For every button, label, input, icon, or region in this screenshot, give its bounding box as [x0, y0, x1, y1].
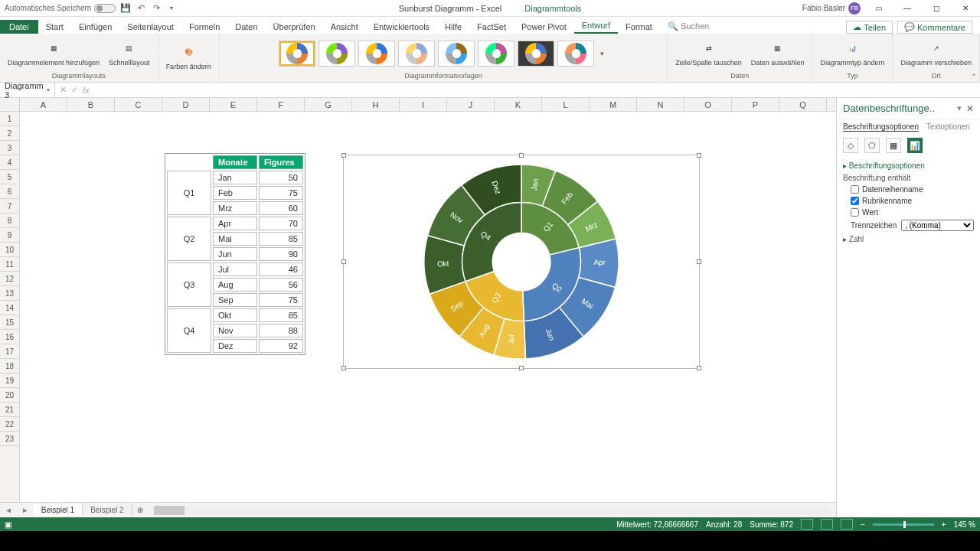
- chart-style-3[interactable]: [358, 41, 395, 67]
- col-B[interactable]: B: [67, 98, 115, 111]
- pane-close-icon[interactable]: ✕: [966, 103, 974, 114]
- maximize-icon[interactable]: ◻: [925, 1, 948, 16]
- tab-pagelayout[interactable]: Seitenlayout: [119, 20, 181, 34]
- add-chart-element-button[interactable]: ▦Diagrammelement hinzufügen: [5, 38, 103, 69]
- close-icon[interactable]: ✕: [954, 1, 977, 16]
- record-macro-icon[interactable]: ▣: [5, 520, 11, 529]
- col-N[interactable]: N: [637, 98, 684, 111]
- view-normal-icon[interactable]: [801, 519, 813, 530]
- row-headers[interactable]: 1234567891011121314151617181920212223: [0, 112, 20, 502]
- sheet-nav-next[interactable]: ►: [17, 506, 34, 514]
- col-O[interactable]: O: [684, 98, 732, 111]
- chart-style-1[interactable]: [279, 41, 315, 67]
- undo-icon[interactable]: ↶: [136, 3, 146, 14]
- add-sheet-icon[interactable]: ⊕: [132, 506, 148, 514]
- grid-cells[interactable]: MonateFiguresQ1Jan50Feb75Mrz60Q2Apr70Mai…: [20, 112, 836, 502]
- fill-line-icon[interactable]: ◇: [843, 138, 858, 153]
- sheet-beispiel-1[interactable]: Beispiel 1: [34, 504, 83, 516]
- qat-more-icon[interactable]: ▾: [166, 3, 177, 14]
- select-data-button[interactable]: ▦Daten auswählen: [748, 38, 808, 69]
- save-icon[interactable]: 💾: [120, 3, 131, 14]
- tab-format[interactable]: Format: [618, 20, 660, 34]
- label-options-icon[interactable]: 📊: [907, 138, 923, 153]
- check-value[interactable]: Wert: [843, 207, 974, 218]
- move-chart-button[interactable]: ↗Diagramm verschieben: [897, 38, 975, 69]
- check-series-name[interactable]: Datenreihenname: [843, 184, 974, 195]
- col-J[interactable]: J: [447, 98, 495, 111]
- select-all-corner[interactable]: [0, 98, 20, 111]
- chart-style-2[interactable]: [318, 41, 355, 67]
- tab-help[interactable]: Hilfe: [437, 20, 469, 34]
- chart-style-6[interactable]: [478, 41, 514, 67]
- tab-developer[interactable]: Entwicklertools: [366, 20, 437, 34]
- comments-button[interactable]: 💬 Kommentare: [897, 21, 972, 34]
- col-I[interactable]: I: [400, 98, 447, 111]
- col-A[interactable]: A: [20, 98, 67, 111]
- col-K[interactable]: K: [495, 98, 542, 111]
- check-category-name[interactable]: Rubrikenname: [843, 195, 974, 207]
- col-D[interactable]: D: [162, 98, 210, 111]
- zoom-level[interactable]: 145 %: [954, 520, 975, 529]
- pane-tab-label-options[interactable]: Beschriftungsoptionen: [843, 122, 919, 132]
- pane-tab-text-options[interactable]: Textoptionen: [926, 122, 970, 132]
- sheet-nav-prev[interactable]: ◄: [0, 506, 17, 514]
- view-pagelayout-icon[interactable]: [821, 519, 833, 530]
- chart-style-7[interactable]: [518, 41, 554, 67]
- tab-formulas[interactable]: Formeln: [181, 20, 227, 34]
- section-label-options[interactable]: ▸ Beschriftungsoptionen: [843, 159, 974, 172]
- search[interactable]: 🔍 Suchen: [660, 19, 717, 34]
- tab-data[interactable]: Daten: [227, 20, 265, 34]
- collapse-ribbon-icon[interactable]: ⌃: [971, 73, 977, 80]
- change-colors-button[interactable]: 🎨Farben ändern: [163, 42, 214, 73]
- change-chart-type-button[interactable]: 📊Diagrammtyp ändern: [817, 38, 887, 69]
- tab-design[interactable]: Entwurf: [574, 18, 618, 34]
- col-P[interactable]: P: [732, 98, 779, 111]
- effects-icon[interactable]: ⬠: [864, 138, 880, 153]
- zoom-in-icon[interactable]: +: [942, 520, 946, 529]
- horizontal-scrollbar[interactable]: [154, 506, 830, 515]
- section-number[interactable]: ▸ Zahl: [843, 233, 974, 246]
- zoom-out-icon[interactable]: −: [861, 520, 865, 529]
- quick-layout-button[interactable]: ▤Schnelllayout: [106, 38, 153, 69]
- col-E[interactable]: E: [210, 98, 257, 111]
- chart-style-5[interactable]: [438, 41, 475, 67]
- chart-style-4[interactable]: [398, 41, 435, 67]
- zoom-slider[interactable]: [873, 523, 934, 526]
- tab-file[interactable]: Datei: [0, 20, 38, 34]
- tab-start[interactable]: Start: [38, 20, 71, 34]
- tab-review[interactable]: Überprüfen: [266, 20, 323, 34]
- minimize-icon[interactable]: —: [896, 1, 919, 16]
- user-account[interactable]: Fabio Basler FB: [802, 2, 861, 15]
- col-L[interactable]: L: [542, 98, 590, 111]
- enter-formula-icon[interactable]: ✓: [71, 85, 78, 95]
- formula-input[interactable]: [94, 89, 980, 92]
- col-H[interactable]: H: [352, 98, 400, 111]
- sunburst-chart[interactable]: JanFebMrzAprMaiJunJulAugSepOktNovDezQ1Q2…: [343, 155, 700, 369]
- autosave-toggle[interactable]: Automatisches Speichern: [5, 4, 116, 13]
- tab-view[interactable]: Ansicht: [323, 20, 366, 34]
- col-G[interactable]: G: [305, 98, 352, 111]
- fx-icon[interactable]: fx: [83, 86, 90, 95]
- tab-powerpivot[interactable]: Power Pivot: [514, 20, 574, 34]
- tab-factset[interactable]: FactSet: [469, 20, 514, 34]
- col-F[interactable]: F: [257, 98, 305, 111]
- styles-more-icon[interactable]: ▾: [597, 50, 607, 57]
- pane-title: Datenbeschriftunge..: [843, 103, 952, 114]
- switch-row-col-button[interactable]: ⇄Zeile/Spalte tauschen: [672, 38, 745, 69]
- column-headers[interactable]: A B C D E F G H I J K L M N O P Q: [0, 98, 836, 112]
- sheet-beispiel-2[interactable]: Beispiel 2: [83, 504, 132, 516]
- pane-dropdown-icon[interactable]: ▾: [952, 103, 966, 113]
- col-Q[interactable]: Q: [779, 98, 827, 111]
- chart-style-8[interactable]: [557, 41, 594, 67]
- share-button[interactable]: ☁ Teilen: [846, 21, 893, 34]
- size-props-icon[interactable]: ▦: [886, 138, 901, 153]
- redo-icon[interactable]: ↷: [151, 3, 162, 14]
- separator-select[interactable]: , (Komma): [901, 220, 974, 231]
- source-data-table[interactable]: MonateFiguresQ1Jan50Feb75Mrz60Q2Apr70Mai…: [165, 153, 305, 355]
- view-pagebreak-icon[interactable]: [841, 519, 853, 530]
- cancel-formula-icon[interactable]: ✕: [60, 85, 67, 95]
- col-M[interactable]: M: [590, 98, 637, 111]
- ribbon-options-icon[interactable]: ▭: [867, 1, 890, 16]
- tab-insert[interactable]: Einfügen: [71, 20, 119, 34]
- col-C[interactable]: C: [115, 98, 162, 111]
